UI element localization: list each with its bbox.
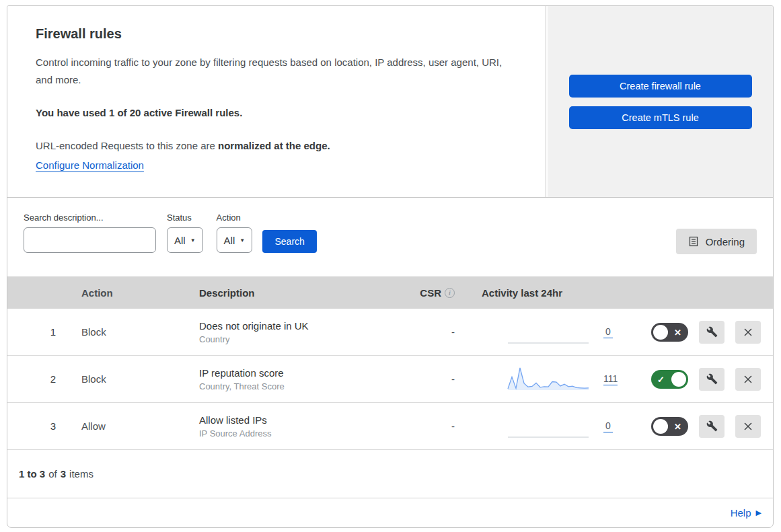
activity-sparkline [505, 367, 591, 392]
toggle-knob [653, 419, 668, 434]
search-group: Search description... [24, 213, 156, 253]
delete-rule-button[interactable] [735, 321, 761, 344]
wrench-icon [706, 420, 718, 432]
table-row: 3 Allow Allow listed IPs IP Source Addre… [7, 403, 773, 450]
edit-rule-button[interactable] [699, 415, 724, 438]
rule-controls: ✓ ✕ [630, 321, 773, 344]
rule-csr-value: - [394, 373, 472, 385]
rule-criteria: Country, Threat Score [199, 381, 394, 391]
normalization-text: URL-encoded Requests to this zone are [36, 140, 218, 151]
rule-controls: ✓ ✕ [630, 368, 773, 391]
rule-description: Does not originate in UK [199, 320, 394, 332]
rule-controls: ✓ ✕ [630, 415, 773, 438]
activity-count-link[interactable]: 111 [603, 373, 618, 385]
status-value: All [174, 235, 186, 246]
edit-rule-button[interactable] [699, 321, 724, 344]
normalization-note: URL-encoded Requests to this zone are no… [36, 139, 517, 154]
table-row: 1 Block Does not originate in UK Country… [7, 309, 773, 356]
close-icon [743, 374, 753, 385]
rule-activity-cell: 0 [472, 319, 630, 345]
x-icon: ✕ [674, 421, 681, 431]
rule-action: Allow [71, 420, 189, 432]
intro-card: Firewall rules Control incoming traffic … [7, 6, 546, 197]
firewall-rules-panel: Firewall rules Control incoming traffic … [7, 5, 774, 528]
status-dropdown[interactable]: All ▼ [167, 227, 203, 253]
rule-criteria: IP Source Address [199, 428, 394, 439]
ordering-label: Ordering [706, 236, 745, 248]
create-mtls-rule-button[interactable]: Create mTLS rule [569, 106, 752, 129]
rule-description-cell: Does not originate in UK Country [189, 320, 394, 344]
items-count-row: 1 to 3 of 3 items [7, 450, 773, 498]
ordering-button[interactable]: Ordering [676, 229, 757, 254]
firewall-rules-page: Firewall rules Control incoming traffic … [0, 0, 781, 532]
action-value: All [224, 235, 235, 246]
delete-rule-button[interactable] [735, 368, 761, 391]
wrench-icon [706, 373, 718, 385]
page-description: Control incoming traffic to your zone by… [36, 54, 517, 89]
arrow-right-icon: ▶ [756, 508, 761, 517]
header-activity: Activity last 24hr [472, 287, 630, 299]
header-csr-label: CSR [420, 287, 441, 299]
activity-count-link[interactable]: 0 [603, 326, 613, 338]
chevron-down-icon: ▼ [239, 237, 245, 243]
filters-bar: Search description... Status All ▼ Actio… [7, 198, 773, 276]
check-icon: ✓ [657, 374, 665, 384]
rule-description-cell: Allow listed IPs IP Source Address [189, 414, 394, 439]
rule-enabled-toggle[interactable]: ✓ ✕ [651, 323, 688, 342]
header-action: Action [71, 287, 189, 299]
search-label: Search description... [24, 213, 156, 223]
normalization-bold: normalized at the edge. [218, 140, 330, 151]
status-filter-group: Status All ▼ [167, 213, 203, 253]
close-icon [743, 421, 753, 432]
rule-enabled-toggle[interactable]: ✓ ✕ [651, 417, 688, 436]
rule-criteria: Country [199, 334, 394, 344]
activity-sparkline [505, 319, 591, 345]
help-label: Help [731, 507, 751, 519]
rule-description-cell: IP reputation score Country, Threat Scor… [189, 367, 394, 391]
items-of-text: of [48, 468, 57, 480]
rule-activity-cell: 111 [472, 367, 630, 392]
rule-activity-cell: 0 [472, 414, 630, 439]
toggle-knob [671, 372, 686, 387]
header-csr: CSR i [394, 287, 472, 299]
row-number: 1 [7, 326, 71, 338]
search-box [24, 227, 156, 253]
rule-csr-value: - [394, 326, 472, 338]
status-label: Status [167, 213, 203, 223]
chevron-down-icon: ▼ [190, 237, 196, 243]
items-label: items [69, 468, 94, 480]
items-range: 1 to 3 [19, 468, 45, 480]
row-number: 2 [7, 373, 71, 385]
toggle-knob [653, 325, 668, 340]
action-dropdown[interactable]: All ▼ [217, 227, 253, 253]
page-title: Firewall rules [36, 26, 517, 42]
rule-enabled-toggle[interactable]: ✓ ✕ [651, 370, 688, 389]
rule-action: Block [71, 373, 189, 385]
info-icon[interactable]: i [445, 288, 455, 298]
cta-panel: Create firewall rule Create mTLS rule [548, 6, 773, 197]
create-firewall-rule-button[interactable]: Create firewall rule [569, 75, 752, 98]
row-number: 3 [7, 420, 71, 432]
list-icon [688, 236, 699, 247]
search-input[interactable] [35, 235, 157, 245]
usage-summary: You have used 1 of 20 active Firewall ru… [36, 107, 517, 118]
search-button[interactable]: Search [262, 230, 317, 253]
table-row: 2 Block IP reputation score Country, Thr… [7, 356, 773, 403]
help-link[interactable]: Help ▶ [731, 507, 761, 519]
rule-action: Block [71, 326, 189, 338]
activity-count-link[interactable]: 0 [603, 420, 613, 432]
wrench-icon [706, 326, 718, 338]
close-icon [743, 327, 753, 338]
header-description: Description [189, 287, 394, 299]
activity-sparkline [505, 414, 591, 439]
delete-rule-button[interactable] [735, 415, 761, 438]
x-icon: ✕ [674, 327, 681, 337]
items-total: 3 [61, 468, 66, 480]
edit-rule-button[interactable] [699, 368, 724, 391]
help-row: Help ▶ [7, 498, 773, 527]
table-header: Action Description CSR i Activity last 2… [7, 276, 773, 309]
configure-normalization-link[interactable]: Configure Normalization [36, 159, 144, 171]
rule-csr-value: - [394, 420, 472, 432]
header-section: Firewall rules Control incoming traffic … [7, 6, 773, 198]
rule-description: Allow listed IPs [199, 414, 394, 426]
